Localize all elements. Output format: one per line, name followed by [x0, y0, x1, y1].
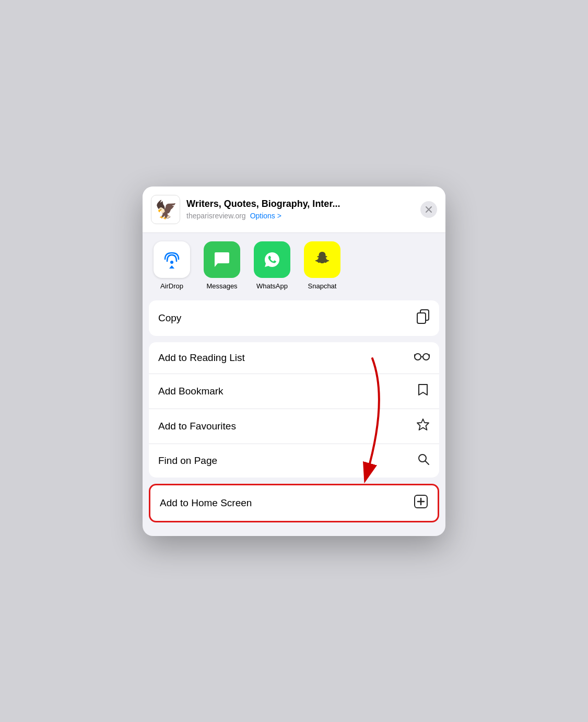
messages-icon-wrap — [204, 241, 240, 278]
whatsapp-icon-wrap — [254, 241, 290, 278]
svg-line-15 — [426, 461, 429, 464]
messages-label: Messages — [206, 282, 237, 290]
svg-point-7 — [415, 354, 421, 360]
share-item-airdrop[interactable]: AirDrop — [151, 241, 193, 290]
share-apps-row: AirDrop Messages WhatsApp — [143, 233, 445, 300]
svg-point-8 — [423, 354, 429, 360]
search-icon — [417, 453, 430, 469]
page-title: Writers, Quotes, Biography, Inter... — [186, 199, 414, 210]
book-icon — [416, 383, 430, 400]
site-icon: 🦅 — [151, 195, 180, 224]
action-group-copy: Copy — [149, 300, 439, 336]
share-item-snapchat[interactable]: Snapchat — [301, 241, 343, 290]
header-subtitle: theparisreview.org Options > — [186, 212, 414, 220]
share-sheet: 🦅 Writers, Quotes, Biography, Inter... t… — [143, 187, 445, 536]
close-button[interactable] — [420, 201, 437, 218]
find-on-page-action[interactable]: Find on Page — [149, 444, 439, 478]
domain-label: theparisreview.org — [186, 212, 246, 220]
options-button[interactable]: Options > — [250, 212, 281, 220]
reading-list-action[interactable]: Add to Reading List — [149, 342, 439, 374]
bookmark-label: Add Bookmark — [158, 386, 224, 397]
svg-rect-6 — [417, 313, 426, 323]
svg-text:🦅: 🦅 — [155, 199, 178, 220]
favourites-action[interactable]: Add to Favourites — [149, 409, 439, 444]
header-text-block: Writers, Quotes, Biography, Inter... the… — [186, 199, 414, 220]
reading-list-label: Add to Reading List — [158, 352, 245, 364]
svg-marker-13 — [417, 419, 429, 430]
airdrop-label: AirDrop — [160, 282, 183, 290]
bottom-spacer — [143, 529, 445, 536]
snapchat-label: Snapchat — [308, 282, 337, 290]
share-item-messages[interactable]: Messages — [201, 241, 243, 290]
messages-icon — [210, 248, 233, 271]
copy-action[interactable]: Copy — [149, 300, 439, 336]
favourites-label: Add to Favourites — [158, 421, 236, 432]
snapchat-icon-wrap — [304, 241, 340, 278]
site-logo-svg: 🦅 — [153, 197, 178, 222]
add-home-screen-group: Add to Home Screen — [149, 484, 439, 522]
glasses-icon — [414, 351, 430, 365]
share-item-whatsapp[interactable]: WhatsApp — [251, 241, 293, 290]
copy-label: Copy — [158, 312, 181, 324]
airdrop-icon-wrap — [154, 241, 190, 278]
whatsapp-icon — [261, 248, 284, 271]
airdrop-icon — [160, 248, 184, 272]
close-icon — [426, 206, 432, 213]
add-home-screen-label: Add to Home Screen — [160, 497, 252, 509]
add-home-screen-action[interactable]: Add to Home Screen — [150, 485, 438, 521]
plus-square-icon — [414, 494, 428, 512]
star-icon — [416, 418, 430, 435]
snapchat-icon — [311, 248, 334, 271]
find-on-page-label: Find on Page — [158, 455, 217, 467]
svg-point-4 — [170, 261, 173, 264]
share-header: 🦅 Writers, Quotes, Biography, Inter... t… — [143, 187, 445, 233]
bookmark-action[interactable]: Add Bookmark — [149, 374, 439, 409]
copy-icon — [416, 309, 430, 327]
action-group-main: Add to Reading List Add Bookmark — [149, 342, 439, 478]
whatsapp-label: WhatsApp — [256, 282, 288, 290]
